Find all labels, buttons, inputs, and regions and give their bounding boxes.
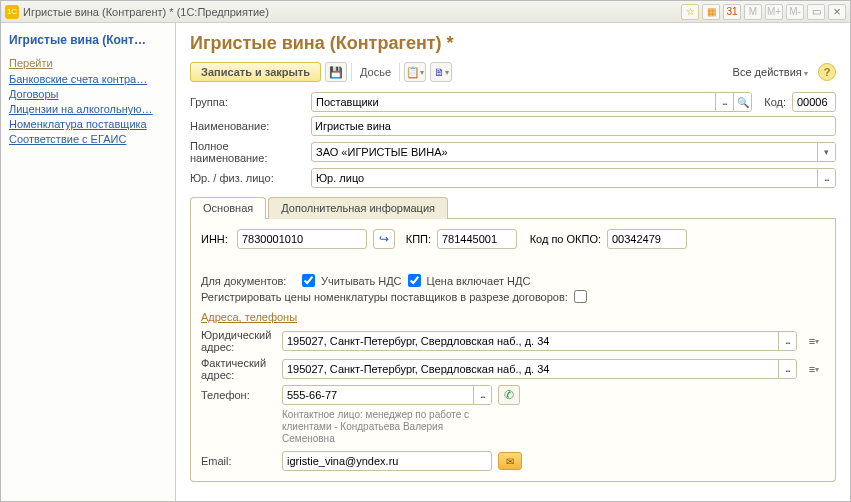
- memory-m-button[interactable]: M: [744, 4, 762, 20]
- tab-content-main: ИНН: ↪ КПП: Код по ОКПО: Для документов:…: [190, 219, 836, 482]
- ellipsis-icon[interactable]: ...: [715, 93, 733, 111]
- phone-label: Телефон:: [201, 389, 276, 401]
- dossier-link[interactable]: Досье: [356, 66, 395, 78]
- fullname-label: Полное наименование:: [190, 140, 305, 164]
- phone-icon[interactable]: ✆: [498, 385, 520, 405]
- vat-included-label: Цена включает НДС: [427, 275, 531, 287]
- save-icon[interactable]: 💾: [325, 62, 347, 82]
- legal-addr-input[interactable]: [283, 333, 778, 349]
- legal-addr-label: Юридический адрес:: [201, 329, 276, 353]
- phone-input[interactable]: [283, 387, 473, 403]
- help-button[interactable]: ?: [818, 63, 836, 81]
- name-label: Наименование:: [190, 120, 305, 132]
- search-icon[interactable]: 🔍: [733, 93, 751, 111]
- favorite-icon[interactable]: ☆: [681, 4, 699, 20]
- code-input[interactable]: [792, 92, 836, 112]
- name-input[interactable]: [313, 119, 455, 133]
- page-title: Игристые вина (Контрагент) *: [190, 33, 836, 54]
- minimize-button[interactable]: ▭: [807, 4, 825, 20]
- kpp-label: КПП:: [401, 233, 431, 245]
- type-input[interactable]: [312, 170, 817, 186]
- addresses-section: Адреса, телефоны: [201, 311, 825, 323]
- register-prices-label: Регистрировать цены номенклатуры поставщ…: [201, 291, 568, 303]
- list-icon[interactable]: ≡: [803, 359, 825, 379]
- tab-main[interactable]: Основная: [190, 197, 266, 219]
- calendar-icon[interactable]: 31: [723, 4, 741, 20]
- close-button[interactable]: ×: [828, 4, 846, 20]
- actual-addr-input[interactable]: [283, 361, 778, 377]
- ellipsis-icon[interactable]: ...: [778, 332, 796, 350]
- dropdown-icon[interactable]: ▾: [817, 143, 835, 161]
- sidebar-link-bank-accounts[interactable]: Банковские счета контра…: [9, 73, 167, 85]
- kpp-input[interactable]: [437, 229, 517, 249]
- memory-mplus-button[interactable]: M+: [765, 4, 783, 20]
- register-prices-checkbox[interactable]: [574, 290, 587, 303]
- okpo-input[interactable]: [607, 229, 687, 249]
- tab-extra[interactable]: Дополнительная информация: [268, 197, 448, 219]
- inn-label: ИНН:: [201, 233, 231, 245]
- code-label: Код:: [758, 96, 786, 108]
- toolbar: Записать и закрыть 💾 Досье 📋 🗎 Все дейст…: [190, 62, 836, 82]
- sidebar-link-nomenclature[interactable]: Номенклатура поставщика: [9, 118, 167, 130]
- email-input[interactable]: [283, 453, 491, 469]
- fullname-input[interactable]: [312, 144, 817, 160]
- mail-icon[interactable]: ✉: [498, 452, 522, 470]
- inn-input[interactable]: [238, 231, 366, 247]
- vat-account-label: Учитывать НДС: [321, 275, 402, 287]
- report-dropdown[interactable]: 📋: [404, 62, 426, 82]
- separator: [399, 63, 400, 81]
- group-label: Группа:: [190, 96, 305, 108]
- ellipsis-icon[interactable]: ...: [778, 360, 796, 378]
- app-icon: 1С: [5, 5, 19, 19]
- save-and-close-button[interactable]: Записать и закрыть: [190, 62, 321, 82]
- docs-label: Для документов:: [201, 275, 296, 287]
- actual-addr-label: Фактический адрес:: [201, 357, 276, 381]
- contact-hint: Контактное лицо: менеджер по работе с кл…: [282, 409, 482, 445]
- email-label: Email:: [201, 455, 276, 467]
- ellipsis-icon[interactable]: ...: [817, 169, 835, 187]
- vat-included-checkbox[interactable]: [408, 274, 421, 287]
- swap-icon[interactable]: ↪: [373, 229, 395, 249]
- memory-mminus-button[interactable]: M-: [786, 4, 804, 20]
- sidebar: Игристые вина (Конт… Перейти Банковские …: [1, 23, 176, 501]
- ellipsis-icon[interactable]: ...: [473, 386, 491, 404]
- calculator-icon[interactable]: ▦: [702, 4, 720, 20]
- type-label: Юр. / физ. лицо:: [190, 172, 305, 184]
- sidebar-section-label: Перейти: [9, 57, 167, 69]
- titlebar: 1С Игристые вина (Контрагент) * (1С:Пред…: [1, 1, 850, 23]
- separator: [351, 63, 352, 81]
- group-input[interactable]: [312, 94, 715, 110]
- sidebar-link-licenses[interactable]: Лицензии на алкогольную…: [9, 103, 167, 115]
- print-dropdown[interactable]: 🗎: [430, 62, 452, 82]
- window-title: Игристые вина (Контрагент) * (1С:Предпри…: [23, 6, 681, 18]
- sidebar-link-egais[interactable]: Соответствие с ЕГАИС: [9, 133, 167, 145]
- sidebar-title: Игристые вина (Конт…: [9, 33, 167, 47]
- vat-account-checkbox[interactable]: [302, 274, 315, 287]
- all-actions-menu[interactable]: Все действия: [733, 66, 808, 78]
- sidebar-link-contracts[interactable]: Договоры: [9, 88, 167, 100]
- list-icon[interactable]: ≡: [803, 331, 825, 351]
- okpo-label: Код по ОКПО:: [523, 233, 601, 245]
